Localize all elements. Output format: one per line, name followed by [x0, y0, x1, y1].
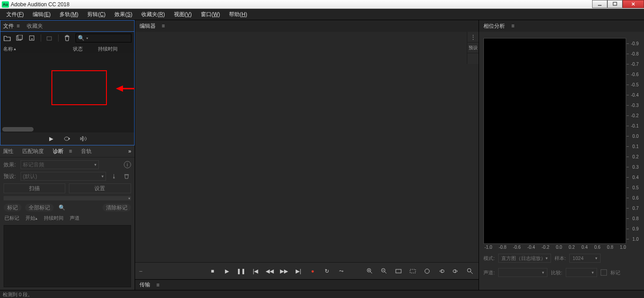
menu-edit[interactable]: 编辑(E)	[28, 9, 55, 20]
scan-button[interactable]: 扫描	[4, 183, 65, 193]
auto-play-icon[interactable]	[79, 135, 87, 143]
effect-combo[interactable]: 标记音频▾	[21, 160, 99, 169]
tab-tone[interactable]: 音轨	[81, 148, 92, 155]
x-tick: -1.0	[484, 245, 492, 251]
effect-label: 效果:	[4, 161, 17, 169]
tab-transfer[interactable]: 传输 ≡	[140, 281, 160, 289]
menu-file[interactable]: 文件(F)	[2, 9, 28, 20]
tab-diagnose[interactable]: 诊断 ≡	[53, 148, 72, 155]
y-tick: -0.2	[631, 113, 639, 118]
editor-options-icon[interactable]: ⋮	[467, 32, 479, 43]
mark-all-button[interactable]: 全部标记	[25, 204, 54, 212]
editor-preset-label[interactable]: 预设	[467, 43, 479, 53]
loop-button[interactable]: ↻	[323, 267, 331, 275]
hamburger-icon[interactable]: ≡	[17, 23, 20, 29]
files-search-input[interactable]: 🔍 ▾	[76, 34, 131, 43]
files-list[interactable]	[0, 53, 134, 132]
go-start-button[interactable]: |◀	[251, 267, 259, 275]
zoom-fit-icon[interactable]	[394, 267, 402, 275]
info-icon[interactable]: i	[124, 161, 131, 168]
zoom-in-sel-left-icon[interactable]	[437, 267, 445, 275]
hamburger-icon[interactable]: ≡	[157, 282, 160, 288]
window-close-button[interactable]	[623, 0, 644, 8]
tab-properties[interactable]: 属性	[3, 148, 13, 155]
record-clip-icon[interactable]: ▾	[28, 34, 36, 42]
col-status[interactable]: 状态	[73, 46, 95, 52]
diagnostics-list[interactable]	[4, 225, 131, 287]
diag-scrollbar[interactable]: ▾	[4, 196, 131, 200]
col-name[interactable]: 名称▴	[3, 46, 70, 52]
clear-marks-button[interactable]: 清除标记	[102, 204, 131, 212]
trash-icon[interactable]	[63, 34, 71, 42]
x-tick: -0.8	[499, 245, 506, 251]
delete-preset-icon[interactable]	[122, 172, 131, 181]
menu-favorites[interactable]: 收藏夹(R)	[137, 9, 169, 20]
col-duration[interactable]: 持续时间	[98, 46, 129, 52]
search-icon[interactable]: 🔍	[57, 203, 66, 212]
menu-help[interactable]: 帮助(H)	[225, 9, 252, 20]
menu-effects[interactable]: 效果(S)	[110, 9, 137, 20]
chevron-down-icon: ▾	[546, 256, 548, 260]
tab-phase[interactable]: 相位分析 ≡	[483, 22, 514, 30]
horizontal-scrollbar[interactable]	[2, 127, 34, 132]
collapse-icon[interactable]: –	[140, 268, 143, 274]
compare-label: 比较:	[551, 269, 562, 276]
svg-rect-1	[613, 2, 617, 5]
menu-multitrack[interactable]: 多轨(M)	[55, 9, 83, 20]
files-toolbar: ▾ 🔍 ▾	[0, 32, 134, 44]
tab-loudness[interactable]: 匹配响度	[22, 148, 44, 155]
play-button[interactable]: ▶	[223, 267, 231, 275]
col-marked[interactable]: 已标记	[4, 215, 19, 221]
zoom-reset-icon[interactable]	[423, 267, 431, 275]
search-icon: 🔍	[78, 35, 85, 41]
settings-button[interactable]: 设置	[69, 183, 131, 193]
chevron-down-icon: ▾	[542, 270, 544, 275]
record-button[interactable]: ●	[309, 267, 317, 275]
zoom-selection-icon[interactable]	[409, 267, 417, 275]
window-minimize-button[interactable]	[592, 0, 607, 8]
mode-combo[interactable]: 直方图（日志缩放）▾	[498, 254, 551, 263]
mark-button[interactable]: 标记	[4, 204, 21, 212]
hamburger-icon[interactable]: ≡	[69, 148, 72, 154]
hamburger-icon[interactable]: ≡	[162, 23, 165, 29]
chevron-down-icon: ▾	[94, 162, 97, 167]
tab-editor[interactable]: 编辑器 ≡	[140, 22, 165, 30]
pause-button[interactable]: ❚❚	[237, 267, 245, 275]
compare-combo[interactable]: ▾	[566, 268, 597, 277]
window-maximize-button[interactable]	[607, 0, 623, 8]
zoom-in-sel-right-icon[interactable]	[452, 267, 460, 275]
play-icon[interactable]: ▶	[47, 135, 55, 143]
go-end-button[interactable]: ▶|	[294, 267, 302, 275]
hamburger-icon[interactable]: ≡	[511, 23, 514, 29]
samples-combo[interactable]: 1024▾	[569, 254, 601, 263]
menu-view[interactable]: 视图(V)	[169, 9, 196, 20]
col-duration[interactable]: 持续时间	[44, 215, 64, 221]
col-channel[interactable]: 声道	[70, 215, 80, 221]
zoom-in-icon[interactable]	[366, 267, 374, 275]
preset-combo[interactable]: (默认)▾	[21, 172, 106, 181]
svg-line-25	[470, 272, 473, 274]
x-tick: 0.2	[569, 245, 575, 251]
editor-body[interactable]: ⋮ 预设	[135, 32, 479, 262]
zoom-out-icon[interactable]	[380, 267, 388, 275]
channel-combo[interactable]: ▾	[498, 268, 547, 277]
menu-window[interactable]: 窗口(W)	[196, 9, 225, 20]
zoom-out-full-icon[interactable]	[466, 267, 474, 275]
skip-selection-button[interactable]: ⤳	[337, 267, 345, 275]
tab-files[interactable]: 文件 ≡	[3, 22, 20, 30]
save-preset-icon[interactable]: ⭳	[110, 172, 119, 181]
more-tabs-icon[interactable]: »	[128, 148, 132, 154]
marker-checkbox[interactable]	[601, 269, 607, 276]
forward-button[interactable]: ▶▶	[280, 267, 288, 275]
col-start[interactable]: 开始▴	[25, 215, 38, 221]
phase-plot-area[interactable]	[483, 38, 626, 244]
stop-button[interactable]: ■	[208, 267, 216, 275]
loop-icon[interactable]	[63, 135, 71, 143]
open-file-icon[interactable]	[3, 34, 11, 42]
new-multitrack-icon[interactable]	[16, 34, 24, 42]
tab-favorites[interactable]: 收藏夹	[27, 22, 43, 30]
svg-rect-5	[18, 35, 22, 39]
rewind-button[interactable]: ◀◀	[266, 267, 274, 275]
menu-clip[interactable]: 剪辑(C)	[83, 9, 110, 20]
transport-bar: – ■ ▶ ❚❚ |◀ ◀◀ ▶▶ ▶| ● ↻ ⤳	[135, 262, 479, 279]
